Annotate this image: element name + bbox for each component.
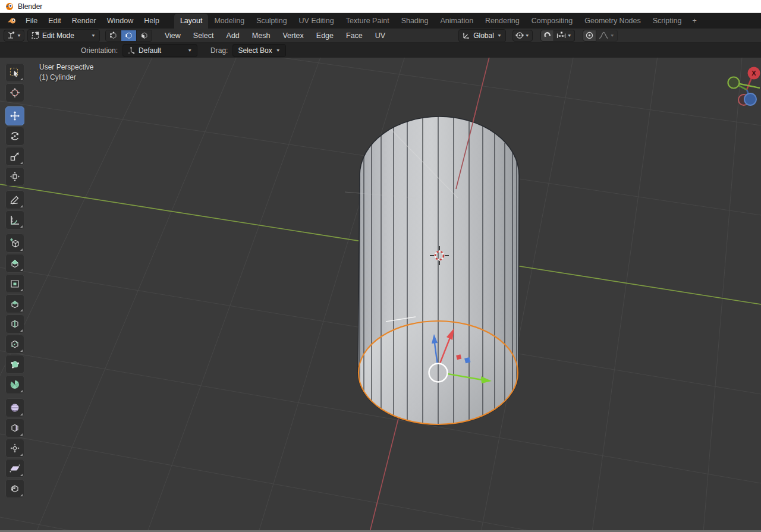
drag-dropdown[interactable]: Select Box ▼ <box>232 44 285 57</box>
menu-select[interactable]: Select <box>188 30 219 42</box>
proportional-falloff-button[interactable]: ▼ <box>596 30 618 42</box>
tab-sculpting[interactable]: Sculpting <box>250 14 293 29</box>
tool-add-cube-button[interactable] <box>5 234 24 253</box>
orientation-default-icon <box>128 47 135 54</box>
editor-3d-viewport-icon <box>7 32 15 39</box>
tab-uv-editing[interactable]: UV Editing <box>293 14 340 29</box>
tool-scale-button[interactable] <box>5 147 24 166</box>
tab-scripting[interactable]: Scripting <box>647 14 688 29</box>
tool-shear-button[interactable] <box>5 459 24 478</box>
tool-knife-button[interactable] <box>5 335 24 354</box>
tool-edge-slide-button[interactable] <box>5 418 24 437</box>
tab-layout[interactable]: Layout <box>174 14 209 29</box>
mode-selector[interactable]: Edit Mode ▼ <box>27 29 100 42</box>
tool-spin-button[interactable] <box>5 375 24 394</box>
tool-inset-button[interactable] <box>5 274 24 293</box>
mode-selector-label: Edit Mode <box>42 32 88 40</box>
submenu-indicator <box>20 309 23 311</box>
submenu-indicator <box>20 390 23 392</box>
nav-axis-y-neg[interactable] <box>728 77 740 89</box>
editor-type-button[interactable]: ▼ <box>4 30 24 42</box>
transform-orientation-label: Global <box>473 32 494 40</box>
tool-measure-button[interactable] <box>5 210 24 229</box>
tab-modeling[interactable]: Modeling <box>208 14 250 29</box>
edge-select-button[interactable] <box>121 30 136 41</box>
add-workspace-button[interactable]: + <box>687 14 701 29</box>
submenu-indicator <box>20 225 23 228</box>
submenu-indicator <box>20 78 23 80</box>
tool-select-box-button[interactable] <box>5 63 24 82</box>
viewport-scene[interactable]: X <box>0 58 761 532</box>
tool-poly-build-button[interactable] <box>5 355 24 374</box>
submenu-indicator <box>20 205 23 207</box>
orientation-axes-icon <box>463 32 470 39</box>
tool-annotate-button[interactable] <box>5 190 24 209</box>
tool-bevel-button[interactable] <box>5 294 24 313</box>
viewport-3d[interactable]: X User Perspective (1) Cylinder <box>0 58 761 532</box>
menu-render[interactable]: Render <box>67 14 102 27</box>
submenu-indicator <box>20 248 23 251</box>
tool-move-button[interactable] <box>5 106 24 125</box>
active-object-label: (1) Cylinder <box>39 73 93 83</box>
tab-texture-paint[interactable]: Texture Paint <box>340 14 395 29</box>
menu-view[interactable]: View <box>160 30 185 42</box>
menu-file[interactable]: File <box>20 14 43 27</box>
orientation-value: Default <box>139 46 184 55</box>
proportional-editing-toggle[interactable] <box>583 30 596 42</box>
navigation-gizmo[interactable]: X <box>728 67 760 106</box>
menu-vertex[interactable]: Vertex <box>278 30 308 42</box>
snap-settings-button[interactable]: ▼ <box>554 30 575 42</box>
tool-loop-cut-button[interactable] <box>5 314 24 333</box>
menu-uv[interactable]: UV <box>370 30 390 42</box>
tool-shrink-fatten-button[interactable] <box>5 439 24 458</box>
menu-edge[interactable]: Edge <box>312 30 338 42</box>
menu-add[interactable]: Add <box>222 30 244 42</box>
falloff-curve-icon <box>599 32 609 39</box>
drag-label: Drag: <box>210 46 228 55</box>
tab-compositing[interactable]: Compositing <box>526 14 578 29</box>
mesh-select-mode-group <box>105 30 152 42</box>
tool-transform-button[interactable] <box>5 167 24 186</box>
blender-logo-icon <box>5 2 14 11</box>
tool-extrude-button[interactable] <box>5 254 24 273</box>
orientation-dropdown[interactable]: Default ▼ <box>122 44 197 57</box>
window-title: Blender <box>18 2 42 11</box>
chevron-down-icon: ▼ <box>187 48 192 52</box>
drag-value: Select Box <box>238 46 272 55</box>
menu-face[interactable]: Face <box>341 30 367 42</box>
tab-geometry-nodes[interactable]: Geometry Nodes <box>578 14 646 29</box>
submenu-indicator <box>20 329 23 332</box>
chevron-down-icon: ▼ <box>91 33 96 37</box>
tool-smooth-button[interactable] <box>5 398 24 417</box>
blender-menu-icon[interactable] <box>6 16 18 26</box>
snap-toggle-button[interactable] <box>540 30 554 42</box>
menu-edit[interactable]: Edit <box>43 14 67 27</box>
tool-cursor-button[interactable] <box>5 83 24 102</box>
chevron-down-icon: ▼ <box>497 33 502 37</box>
snap-increment-icon <box>556 32 566 39</box>
submenu-indicator <box>20 433 23 436</box>
vertex-select-button[interactable] <box>106 30 121 41</box>
transform-orientation-selector[interactable]: Global ▼ <box>458 29 506 42</box>
window-titlebar: Blender <box>0 0 761 13</box>
submenu-indicator <box>20 350 23 352</box>
menu-help[interactable]: Help <box>139 14 165 27</box>
tab-animation[interactable]: Animation <box>435 14 480 29</box>
proportional-editing-icon <box>586 32 593 39</box>
tool-rip-region-button[interactable] <box>5 479 24 498</box>
submenu-indicator <box>20 494 23 496</box>
gizmo-free-move-ring[interactable] <box>429 364 448 382</box>
tool-rotate-button[interactable] <box>5 127 24 146</box>
face-select-button[interactable] <box>136 30 152 41</box>
chevron-down-icon: ▼ <box>525 33 530 37</box>
topbar: File Edit Render Window Help Layout Mode… <box>0 13 761 29</box>
nav-axis-z[interactable] <box>744 93 756 105</box>
submenu-indicator <box>20 454 23 456</box>
viewport-header: ▼ Edit Mode ▼ View Select Add Mesh <box>0 29 761 43</box>
tab-rendering[interactable]: Rendering <box>479 14 526 29</box>
tab-shading[interactable]: Shading <box>395 14 435 29</box>
pivot-point-button[interactable]: ▼ <box>512 30 533 42</box>
submenu-indicator <box>20 474 23 476</box>
menu-mesh[interactable]: Mesh <box>247 30 275 42</box>
menu-window[interactable]: Window <box>102 14 139 27</box>
